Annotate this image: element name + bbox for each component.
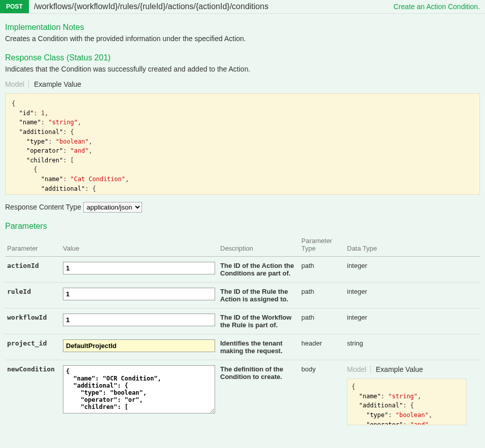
param-name: project_id <box>5 334 61 360</box>
operation-summary[interactable]: Create an Action Condition. <box>394 3 485 11</box>
param-name: ruleId <box>5 283 61 308</box>
param-type: path <box>299 283 345 308</box>
param-type: body <box>299 360 345 431</box>
body-datatype-box: Model Example Value { "name": "string", … <box>347 365 477 425</box>
param-description: The ID of the Rule the Action is assigne… <box>218 283 299 308</box>
response-class-heading: Response Class (Status 201) <box>5 53 480 62</box>
param-value-input[interactable] <box>63 262 215 274</box>
th-description: Description <box>218 234 299 257</box>
table-row: project_id Identifies the tenant making … <box>5 334 480 360</box>
table-row: newCondition The definition of the Condi… <box>5 360 480 431</box>
response-example-json[interactable]: { "id": 1, "name": "string", "additional… <box>5 93 480 195</box>
th-parameter-type: Parameter Type <box>299 234 345 257</box>
tab-example-value[interactable]: Example Value <box>34 80 81 88</box>
table-row: workflowId The ID of the Workflow the Ru… <box>5 308 480 334</box>
param-data-type: integer <box>345 283 480 308</box>
parameters-table: Parameter Value Description Parameter Ty… <box>5 234 480 430</box>
param-name: actionId <box>5 257 61 283</box>
th-value: Value <box>61 234 218 257</box>
response-tabs: Model Example Value <box>5 80 480 88</box>
param-body-textarea[interactable] <box>63 365 215 413</box>
param-description: The ID of the Action the Conditions are … <box>218 257 299 283</box>
th-parameter: Parameter <box>5 234 61 257</box>
param-description: The ID of the Workflow the Rule is part … <box>218 308 299 334</box>
param-data-type: string <box>345 334 480 360</box>
param-type: path <box>299 257 345 283</box>
param-type: header <box>299 334 345 360</box>
implementation-notes-heading: Implementation Notes <box>5 23 480 32</box>
param-data-type: integer <box>345 257 480 283</box>
param-value-input[interactable] <box>63 314 215 326</box>
operation-header: POST /workflows/{workflowId}/rules/{rule… <box>0 0 485 14</box>
param-value-input[interactable] <box>63 288 215 300</box>
param-name: newCondition <box>5 360 61 431</box>
param-description: Identifies the tenant making the request… <box>218 334 299 360</box>
tab-example-value[interactable]: Example Value <box>376 365 423 373</box>
tab-model[interactable]: Model <box>347 365 371 373</box>
param-description: The definition of the Condition to creat… <box>218 360 299 431</box>
table-row: actionId The ID of the Action the Condit… <box>5 257 480 283</box>
response-class-text: Indicates that the Condition was success… <box>5 64 480 75</box>
implementation-notes-text: Creates a Condition with the provided in… <box>5 34 480 44</box>
tab-model[interactable]: Model <box>5 80 29 88</box>
response-content-type-label: Response Content Type <box>5 203 81 211</box>
body-example-json[interactable]: { "name": "string", "additional": { "typ… <box>347 378 466 425</box>
table-row: ruleId The ID of the Rule the Action is … <box>5 283 480 308</box>
parameters-heading: Parameters <box>5 222 480 231</box>
param-name: workflowId <box>5 308 61 334</box>
http-method-badge: POST <box>0 0 29 13</box>
endpoint-path[interactable]: /workflows/{workflowId}/rules/{ruleId}/a… <box>29 2 394 11</box>
param-type: path <box>299 308 345 334</box>
th-data-type: Data Type <box>345 234 480 257</box>
param-value-input[interactable] <box>63 339 215 352</box>
param-data-type: integer <box>345 308 480 334</box>
response-content-type-select[interactable]: application/json <box>83 202 142 213</box>
